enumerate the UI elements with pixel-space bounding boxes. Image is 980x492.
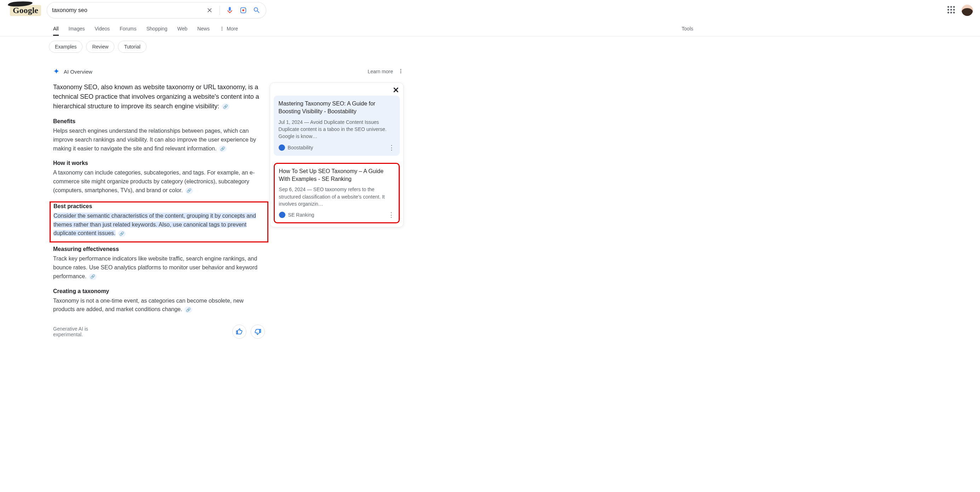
refinement-chips: Examples Review Tutorial (0, 37, 980, 53)
results-area: ✦ AI Overview Learn more Taxonomy SEO, a… (0, 53, 980, 339)
sources-panel: ✕ Mastering Taxonomy SEO: A Guide for Bo… (270, 83, 404, 227)
section-heading: Benefits (53, 118, 265, 125)
section-heading: Measuring effectiveness (53, 246, 265, 252)
svg-point-1 (242, 9, 244, 11)
tab-all[interactable]: All (53, 22, 59, 36)
source-menu-icon[interactable]: ⋮ (388, 211, 395, 219)
svg-point-8 (401, 72, 401, 73)
ai-overview-label: AI Overview (64, 69, 92, 75)
source-brand: SE Ranking (288, 212, 314, 218)
searchbox-controls (205, 6, 261, 15)
citation-icon[interactable]: 🔗 (219, 146, 227, 152)
source-date: Jul 1, 2024 (278, 119, 303, 125)
citation-icon[interactable]: 🔗 (89, 274, 97, 280)
tab-more[interactable]: More (220, 22, 238, 36)
more-vert-icon (220, 26, 224, 31)
chip-tutorial[interactable]: Tutorial (118, 41, 146, 53)
favicon-icon (278, 144, 285, 151)
citation-icon[interactable]: 🔗 (185, 306, 192, 313)
more-label: More (227, 26, 238, 32)
source-brand: Boostability (288, 145, 313, 151)
citation-icon[interactable]: 🔗 (222, 103, 229, 110)
svg-point-7 (401, 70, 401, 71)
svg-point-4 (222, 28, 222, 29)
source-menu-icon[interactable]: ⋮ (388, 144, 395, 151)
section-heading: Best practices (54, 203, 264, 209)
source-card-boostability[interactable]: Mastering Taxonomy SEO: A Guide for Boos… (274, 95, 400, 156)
section-body: Taxonomy is not a one-time event, as cat… (53, 298, 243, 313)
section-measuring: Measuring effectiveness Track key perfor… (53, 245, 265, 281)
section-heading: How it works (53, 160, 265, 167)
citation-icon[interactable]: 🔗 (185, 187, 193, 194)
source-date: Sep 6, 2024 (279, 187, 306, 192)
overview-menu-icon[interactable] (398, 68, 404, 75)
close-icon[interactable]: ✕ (393, 86, 399, 95)
ai-overview-body: Taxonomy SEO, also known as website taxo… (53, 83, 265, 339)
source-title: Mastering Taxonomy SEO: A Guide for Boos… (278, 100, 395, 116)
snippet-sep: — (305, 187, 313, 192)
search-box[interactable] (47, 2, 266, 18)
lens-icon[interactable] (239, 6, 248, 14)
section-heading: Creating a taxonomy (53, 288, 265, 295)
thumbs-down-button[interactable] (251, 325, 265, 339)
section-body: A taxonomy can include categories, subca… (53, 170, 255, 193)
citation-icon[interactable]: 🔗 (118, 230, 126, 237)
mic-icon[interactable] (226, 6, 234, 14)
header-right (947, 5, 973, 16)
tab-forums[interactable]: Forums (120, 22, 136, 36)
learn-more-link[interactable]: Learn more (368, 69, 393, 74)
section-how-it-works: How it works A taxonomy can include cate… (53, 159, 265, 195)
svg-point-5 (222, 29, 222, 30)
source-card-seranking-highlight[interactable]: How To Set Up SEO Taxonomy – A Guide Wit… (274, 163, 400, 224)
svg-point-2 (244, 8, 245, 9)
google-logo[interactable]: Google (10, 5, 41, 16)
overview-footer: Generative AI is experimental. (53, 325, 265, 339)
tab-shopping[interactable]: Shopping (146, 22, 167, 36)
source-snippet: Jul 1, 2024 — Avoid Duplicate Content Is… (278, 119, 395, 140)
section-best-practices-highlight: Best practices Consider the semantic cha… (49, 202, 268, 243)
tab-videos[interactable]: Videos (94, 22, 110, 36)
tab-images[interactable]: Images (69, 22, 85, 36)
apps-icon[interactable] (947, 6, 956, 14)
search-tabs: All Images Videos Forums Shopping Web Ne… (0, 21, 980, 37)
section-body: Consider the semantic characteristics of… (54, 213, 256, 236)
search-input[interactable] (52, 7, 205, 13)
section-body: Track key performance indicators like we… (53, 256, 258, 279)
account-avatar[interactable] (962, 5, 973, 16)
ai-overview-header: ✦ AI Overview Learn more (53, 67, 404, 76)
svg-point-3 (222, 27, 222, 27)
thumbs-up-button[interactable] (232, 325, 247, 339)
clear-icon[interactable] (205, 6, 214, 14)
divider (220, 6, 220, 15)
logo-area[interactable]: Google (4, 5, 47, 16)
section-creating: Creating a taxonomy Taxonomy is not a on… (53, 287, 265, 315)
tools-button[interactable]: Tools (681, 26, 693, 32)
favicon-icon (279, 212, 285, 218)
search-icon[interactable] (253, 6, 261, 14)
avatar-image (962, 8, 973, 16)
logo-text: Google (13, 6, 38, 15)
header: Google (0, 0, 980, 21)
tab-web[interactable]: Web (177, 22, 188, 36)
tab-news[interactable]: News (197, 22, 210, 36)
chip-review[interactable]: Review (86, 41, 115, 53)
overview-intro: Taxonomy SEO, also known as website taxo… (53, 83, 265, 111)
snippet-sep: — (303, 119, 310, 125)
svg-point-6 (401, 69, 401, 70)
chip-examples[interactable]: Examples (49, 41, 83, 53)
section-benefits: Benefits Helps search engines understand… (53, 117, 265, 154)
sparkle-icon: ✦ (53, 67, 59, 76)
source-snippet: Sep 6, 2024 — SEO taxonomy refers to the… (279, 186, 395, 208)
source-title: How To Set Up SEO Taxonomy – A Guide Wit… (279, 167, 395, 183)
disclaimer-text: Generative AI is experimental. (53, 326, 119, 337)
